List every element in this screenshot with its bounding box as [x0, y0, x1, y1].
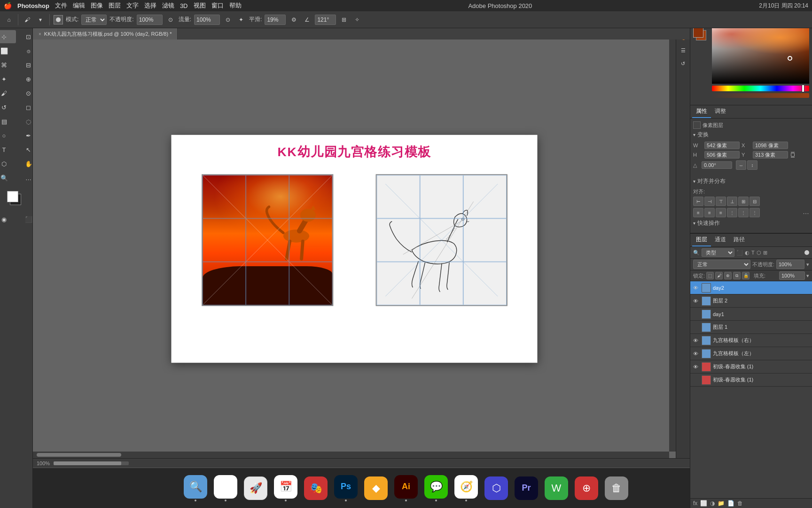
flow-input[interactable] — [194, 15, 220, 25]
screen-mode-toggle[interactable]: ⬛ — [17, 213, 40, 226]
pen-tool[interactable]: ✒ — [17, 129, 40, 142]
align-vcenter-btn[interactable]: ⊞ — [738, 197, 749, 206]
quick-select-tool[interactable]: ⌘ — [0, 58, 16, 71]
h-scrollbar[interactable] — [33, 452, 669, 458]
layer-item[interactable]: day1 — [690, 308, 812, 321]
apple-menu[interactable]: 🍎 — [4, 2, 12, 9]
smoothing-icon[interactable]: ⚙ — [289, 15, 299, 25]
fx-button[interactable]: fx — [693, 500, 697, 507]
angle-icon[interactable]: ∠ — [302, 15, 312, 25]
flip-v-btn[interactable]: ↕ — [747, 160, 757, 170]
x-input[interactable] — [753, 142, 788, 149]
brush-tool[interactable]: 🖌 — [0, 87, 16, 100]
w-input[interactable] — [704, 142, 740, 149]
dock-trash[interactable]: 🗑 — [603, 475, 630, 502]
menu-layer[interactable]: 图层 — [109, 1, 121, 10]
layer-visibility-icon[interactable]: 👁 — [693, 351, 700, 357]
filter-text-icon[interactable]: T — [751, 250, 755, 255]
dodge-tool[interactable]: ○ — [0, 129, 16, 142]
fill-arrow[interactable]: ▾ — [806, 273, 809, 279]
filter-toggle[interactable] — [804, 250, 809, 255]
add-mask-button[interactable]: ⬜ — [700, 500, 707, 507]
document-tab[interactable]: × KK幼儿园九宫格练习模板.psd @ 100% (day2, RGB/8) … — [33, 28, 178, 40]
flow-icon[interactable]: ⊙ — [223, 15, 233, 25]
lock-transparent-btn[interactable]: ⬚ — [706, 272, 714, 279]
smoothing-input[interactable] — [265, 15, 286, 25]
gradient-tool[interactable]: ▤ — [0, 115, 16, 128]
align-header[interactable]: ▾ 对齐并分布 — [693, 177, 809, 185]
hue-slider[interactable] — [712, 86, 809, 91]
brush-preview[interactable] — [54, 15, 63, 24]
v-scrollbar[interactable] — [669, 40, 676, 452]
h-input[interactable] — [704, 151, 740, 159]
layer-item[interactable]: 图层 1 — [690, 321, 812, 334]
filter-smart-icon[interactable]: ⊞ — [763, 250, 767, 256]
opacity-field[interactable] — [776, 260, 804, 269]
menu-window[interactable]: 窗口 — [211, 1, 224, 10]
dock-ai[interactable]: Ai — [392, 475, 420, 502]
h-scrollbar-thumb[interactable] — [37, 453, 121, 457]
brush-tool-icon[interactable]: 🖌 — [22, 15, 32, 25]
menu-select[interactable]: 选择 — [144, 1, 156, 10]
hand-tool[interactable]: ✋ — [17, 157, 40, 170]
layer-type-filter[interactable]: 类型 — [702, 248, 734, 257]
dock-safari[interactable]: 🧭 — [453, 475, 480, 502]
fill-input[interactable] — [779, 271, 805, 280]
paths-tab[interactable]: 路径 — [730, 234, 749, 246]
flip-h-btn[interactable]: ↔ — [736, 160, 746, 170]
layer-item[interactable]: 👁九宫格模板（左） — [690, 347, 812, 360]
layer-item[interactable]: 初级-春愿收集 (1) — [690, 373, 812, 387]
extra-tool[interactable]: … — [17, 171, 40, 184]
eraser-tool[interactable]: ◻ — [17, 101, 40, 114]
new-layer-button[interactable]: 📄 — [727, 500, 734, 507]
distrib-hcenter-btn[interactable]: ≡ — [704, 208, 715, 217]
layer-item[interactable]: 👁day2 — [690, 281, 812, 294]
dock-finder[interactable]: 🔍 — [182, 475, 209, 502]
clone-tool[interactable]: ⊙ — [17, 87, 40, 100]
menu-file[interactable]: 文件 — [55, 1, 67, 10]
filter-pixel-icon[interactable]: ⬛ — [736, 250, 743, 256]
dock-wechat[interactable]: 💬 — [422, 475, 450, 502]
crop-tool[interactable]: ⊟ — [17, 58, 40, 71]
menu-edit[interactable]: 编辑 — [73, 1, 85, 10]
brush-options-icon[interactable]: ▾ — [35, 15, 46, 25]
shape-tool[interactable]: ⬡ — [0, 157, 16, 170]
layers-tab[interactable]: 图层 — [692, 234, 711, 246]
airbrush-icon[interactable]: ✦ — [236, 15, 246, 25]
extra-icon[interactable]: ✧ — [352, 15, 362, 25]
quick-actions-header[interactable]: ▾ 快速操作 — [693, 219, 809, 227]
y-input[interactable] — [753, 151, 788, 159]
dock-chrome[interactable]: ⬤ — [212, 475, 239, 502]
dock-app13[interactable]: W — [543, 475, 570, 502]
symmetry-icon[interactable]: ⊞ — [339, 15, 349, 25]
adjust-panel-icon[interactable]: ☰ — [678, 45, 688, 56]
lock-pixels-btn[interactable]: 🖌 — [715, 272, 723, 279]
menu-help[interactable]: 帮助 — [229, 1, 242, 10]
home-button[interactable]: ⌂ — [4, 15, 14, 25]
new-group-button[interactable]: 📁 — [718, 500, 725, 507]
layer-item[interactable]: 👁图层 2 — [690, 294, 812, 308]
align-hcenter-btn[interactable]: ⊣ — [704, 197, 715, 206]
align-right-btn[interactable]: ⊤ — [716, 197, 726, 206]
dock-ps[interactable]: Ps — [332, 475, 359, 502]
filter-adj-icon[interactable]: ◐ — [745, 250, 750, 256]
opacity-icon[interactable]: ⊙ — [165, 15, 176, 25]
layer-item[interactable]: 👁初级-春愿收集 (1) — [690, 360, 812, 373]
layer-visibility-icon[interactable]: 👁 — [693, 364, 700, 370]
blend-mode-select[interactable]: 正常 — [693, 260, 750, 269]
history-panel-icon[interactable]: ↺ — [678, 58, 688, 69]
layer-visibility-icon[interactable]: 👁 — [693, 298, 700, 304]
dock-app11[interactable]: ⬡ — [483, 475, 510, 502]
align-top-btn[interactable]: ⊥ — [727, 197, 737, 206]
delete-layer-button[interactable]: 🗑 — [737, 500, 743, 507]
healing-tool[interactable]: ⊕ — [17, 72, 40, 86]
tab-close[interactable]: × — [39, 32, 41, 37]
menu-photoshop[interactable]: Photoshop — [17, 2, 49, 9]
properties-tab[interactable]: 属性 — [692, 105, 711, 118]
angle-val-input[interactable] — [702, 161, 732, 169]
move-tool[interactable]: ⊹ — [0, 30, 16, 43]
color-saturation-area[interactable] — [712, 27, 809, 84]
menu-view[interactable]: 视图 — [194, 1, 206, 10]
foreground-background-colors[interactable] — [7, 191, 26, 210]
distrib-right-btn[interactable]: ≡ — [716, 208, 726, 217]
